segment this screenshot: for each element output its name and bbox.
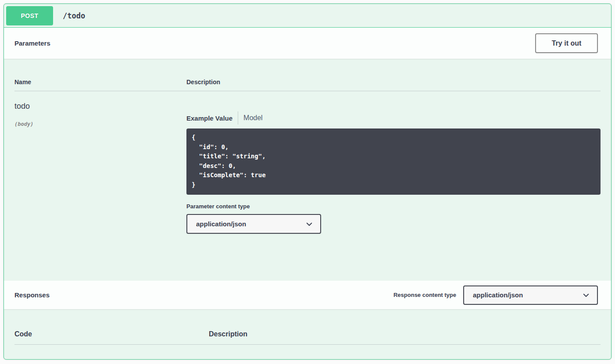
tab-model[interactable]: Model (243, 114, 263, 122)
response-content-type-group: Response content type application/json (393, 285, 598, 305)
parameters-title: Parameters (14, 39, 50, 47)
model-example-tabs: Example Value Model (186, 111, 601, 125)
responses-title: Responses (14, 291, 50, 299)
response-content-type-value: application/json (473, 291, 523, 299)
parameter-location: (body) (14, 121, 186, 127)
code-column-header: Code (14, 330, 209, 338)
responses-table-header: Code Description (14, 330, 601, 345)
method-badge: POST (6, 6, 53, 25)
parameters-table-header: Name Description (14, 79, 601, 91)
parameters-section-header: Parameters Try it out (4, 28, 611, 59)
parameter-row-todo: todo (body) Example Value Model { "id": … (14, 91, 601, 234)
name-column-header: Name (14, 79, 186, 86)
parameter-content-type-select[interactable]: application/json (186, 214, 321, 234)
tab-separator (238, 111, 238, 125)
operation-block-post-todo: POST /todo Parameters Try it out Name De… (4, 4, 611, 360)
parameters-body: Name Description todo (body) Example Val… (4, 59, 611, 281)
description-column-header: Description (186, 79, 601, 86)
parameter-name: todo (14, 102, 186, 111)
parameter-content-type-label: Parameter content type (186, 203, 601, 210)
example-json-code-block: { "id": 0, "title": "string", "desc": 0,… (186, 128, 601, 195)
response-content-type-select[interactable]: application/json (463, 285, 598, 305)
parameter-name-cell: todo (body) (14, 102, 186, 234)
parameter-content-type-value: application/json (196, 220, 246, 228)
responses-section-header: Responses Response content type applicat… (4, 281, 611, 309)
responses-body: Code Description (4, 309, 611, 345)
tab-example-value[interactable]: Example Value (186, 114, 232, 122)
parameter-description-cell: Example Value Model { "id": 0, "title": … (186, 102, 601, 234)
chevron-down-icon (305, 220, 313, 228)
try-it-out-button[interactable]: Try it out (535, 33, 598, 53)
chevron-down-icon (582, 291, 590, 299)
endpoint-path: /todo (63, 11, 85, 20)
operation-summary[interactable]: POST /todo (4, 4, 611, 28)
response-description-column-header: Description (209, 330, 601, 338)
response-content-type-label: Response content type (393, 292, 456, 298)
